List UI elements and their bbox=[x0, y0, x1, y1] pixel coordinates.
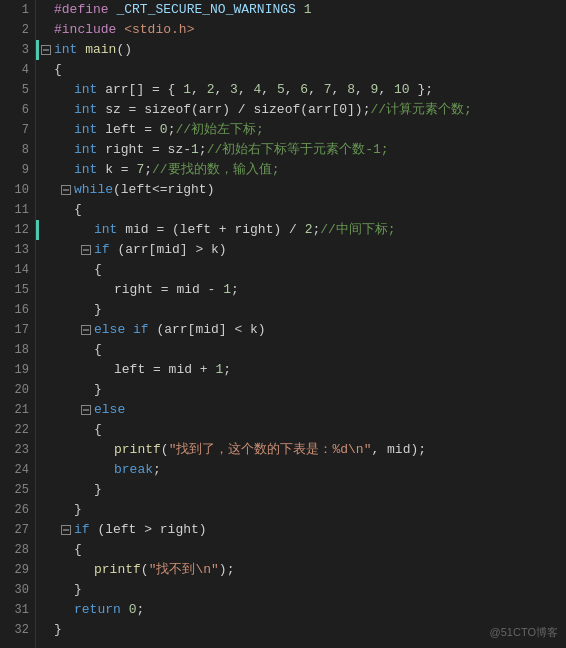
token-kw: int bbox=[74, 160, 97, 180]
token-inc: #define bbox=[54, 0, 116, 20]
token-plain: , bbox=[214, 80, 230, 100]
token-plain: ; bbox=[199, 140, 207, 160]
fold-button[interactable] bbox=[40, 44, 52, 56]
token-plain: ; bbox=[144, 160, 152, 180]
code-line: } bbox=[40, 620, 566, 640]
token-inc: #include bbox=[54, 20, 124, 40]
line-number: 30 bbox=[0, 580, 35, 600]
code-line: } bbox=[40, 380, 566, 400]
code-line: if (left > right) bbox=[40, 520, 566, 540]
fold-button[interactable] bbox=[80, 244, 92, 256]
line-number: 14 bbox=[0, 260, 35, 280]
token-plain: , bbox=[261, 80, 277, 100]
token-punc: } bbox=[74, 580, 82, 600]
line-number: 27 bbox=[0, 520, 35, 540]
line-number: 15 bbox=[0, 280, 35, 300]
token-plain: ; bbox=[153, 460, 161, 480]
line-marker bbox=[36, 40, 39, 60]
token-plain: (arr[mid] < k) bbox=[149, 320, 266, 340]
token-num: 8 bbox=[347, 80, 355, 100]
token-plain: , bbox=[332, 80, 348, 100]
line-number: 13 bbox=[0, 240, 35, 260]
token-inc-file: <stdio.h> bbox=[124, 20, 194, 40]
token-kw: else if bbox=[94, 320, 149, 340]
token-num: 6 bbox=[300, 80, 308, 100]
token-punc: ( bbox=[161, 440, 169, 460]
code-editor: 1234567891011121314151617181920212223242… bbox=[0, 0, 566, 648]
token-num: 9 bbox=[371, 80, 379, 100]
token-punc: } bbox=[54, 620, 62, 640]
token-punc: } bbox=[94, 300, 102, 320]
line-number: 29 bbox=[0, 560, 35, 580]
line-number: 4 bbox=[0, 60, 35, 80]
code-line: printf("找不到\n"); bbox=[40, 560, 566, 580]
token-plain: arr[] = { bbox=[97, 80, 183, 100]
token-kw: int bbox=[54, 40, 77, 60]
token-punc: } bbox=[94, 480, 102, 500]
line-number: 24 bbox=[0, 460, 35, 480]
token-num: 5 bbox=[277, 80, 285, 100]
token-cmt: //计算元素个数; bbox=[370, 100, 471, 120]
code-line: int main() bbox=[40, 40, 566, 60]
code-line: } bbox=[40, 480, 566, 500]
token-plain: , bbox=[238, 80, 254, 100]
line-number: 11 bbox=[0, 200, 35, 220]
token-plain: (left<=right) bbox=[113, 180, 214, 200]
line-number: 8 bbox=[0, 140, 35, 160]
token-fn: main bbox=[85, 40, 116, 60]
line-number: 9 bbox=[0, 160, 35, 180]
token-kw: int bbox=[74, 140, 97, 160]
token-num: 7 bbox=[136, 160, 144, 180]
token-plain: ); bbox=[219, 560, 235, 580]
token-punc: { bbox=[94, 420, 102, 440]
token-punc: ( bbox=[141, 560, 149, 580]
line-number: 5 bbox=[0, 80, 35, 100]
line-number: 18 bbox=[0, 340, 35, 360]
fold-button[interactable] bbox=[80, 404, 92, 416]
line-marker bbox=[36, 220, 39, 240]
code-line: int sz = sizeof(arr) / sizeof(arr[0]);//… bbox=[40, 100, 566, 120]
token-punc: { bbox=[94, 340, 102, 360]
token-kw: if bbox=[74, 520, 90, 540]
fold-button[interactable] bbox=[60, 184, 72, 196]
line-numbers: 1234567891011121314151617181920212223242… bbox=[0, 0, 36, 648]
code-line: { bbox=[40, 340, 566, 360]
code-line: else if (arr[mid] < k) bbox=[40, 320, 566, 340]
code-line: while(left<=right) bbox=[40, 180, 566, 200]
code-line: #define _CRT_SECURE_NO_WARNINGS 1 bbox=[40, 0, 566, 20]
code-line: { bbox=[40, 200, 566, 220]
token-num: 0 bbox=[129, 600, 137, 620]
token-cmt: //初始右下标等于元素个数-1; bbox=[207, 140, 389, 160]
fold-button[interactable] bbox=[60, 524, 72, 536]
token-plain: (left > right) bbox=[90, 520, 207, 540]
token-plain: , bbox=[308, 80, 324, 100]
token-str: "找到了，这个数的下表是：%d\n" bbox=[169, 440, 372, 460]
code-line: } bbox=[40, 580, 566, 600]
token-plain: }; bbox=[410, 80, 433, 100]
line-number: 1 bbox=[0, 0, 35, 20]
line-number: 17 bbox=[0, 320, 35, 340]
code-line: int right = sz-1;//初始右下标等于元素个数-1; bbox=[40, 140, 566, 160]
code-line: printf("找到了，这个数的下表是：%d\n", mid); bbox=[40, 440, 566, 460]
token-plain bbox=[77, 40, 85, 60]
fold-button[interactable] bbox=[80, 324, 92, 336]
code-line: { bbox=[40, 420, 566, 440]
token-macro: _CRT_SECURE_NO_WARNINGS bbox=[116, 0, 295, 20]
token-plain: ; bbox=[231, 280, 239, 300]
code-line: int mid = (left + right) / 2;//中间下标; bbox=[40, 220, 566, 240]
code-line: } bbox=[40, 500, 566, 520]
token-fn: printf bbox=[94, 560, 141, 580]
code-line: else bbox=[40, 400, 566, 420]
code-line: int arr[] = { 1, 2, 3, 4, 5, 6, 7, 8, 9,… bbox=[40, 80, 566, 100]
token-kw: if bbox=[94, 240, 110, 260]
token-plain: , bbox=[285, 80, 301, 100]
line-number: 16 bbox=[0, 300, 35, 320]
token-plain: ; bbox=[223, 360, 231, 380]
token-num: 2 bbox=[305, 220, 313, 240]
token-num: 2 bbox=[207, 80, 215, 100]
code-line: right = mid - 1; bbox=[40, 280, 566, 300]
token-punc: () bbox=[116, 40, 132, 60]
token-punc: { bbox=[74, 540, 82, 560]
line-number: 32 bbox=[0, 620, 35, 640]
token-num: 1 bbox=[191, 140, 199, 160]
